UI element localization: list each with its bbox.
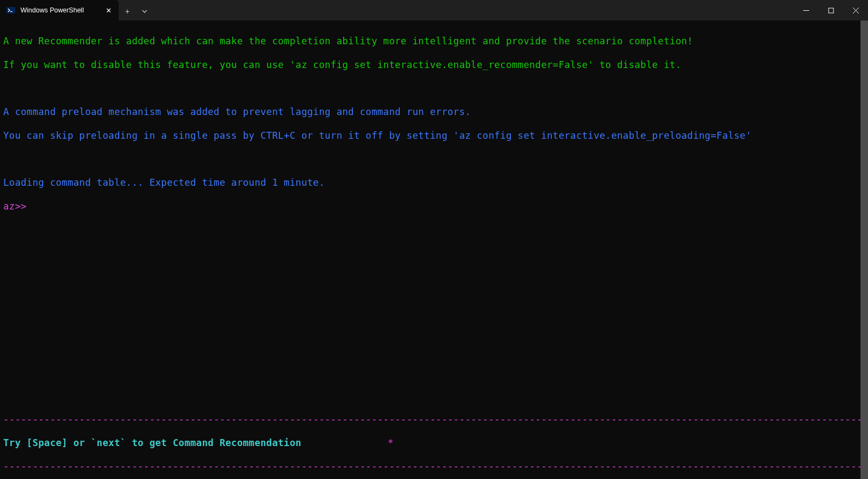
tab-dropdown-button[interactable] — [136, 3, 153, 19]
output-line: Loading command table... Expected time a… — [3, 177, 865, 189]
output-line: If you want to disable this feature, you… — [3, 59, 865, 71]
output-line: A new Recommender is added which can mak… — [3, 36, 865, 48]
blank-line — [3, 225, 865, 237]
scrollbar[interactable] — [860, 21, 868, 479]
tab-powershell[interactable]: Windows PowerShell ✕ — [0, 0, 119, 21]
maximize-button[interactable] — [818, 0, 843, 21]
titlebar: Windows PowerShell ✕ + — [0, 0, 868, 21]
output-line: A command preload mechanism was added to… — [3, 106, 865, 118]
blank-line — [3, 154, 865, 166]
window-controls — [794, 0, 868, 21]
svg-rect-3 — [829, 8, 833, 13]
titlebar-drag-area[interactable] — [153, 0, 794, 21]
titlebar-actions: + — [119, 0, 153, 21]
close-icon[interactable]: ✕ — [104, 5, 113, 15]
tab-title: Windows PowerShell — [20, 6, 98, 14]
minimize-button[interactable] — [794, 0, 818, 21]
powershell-icon — [6, 6, 15, 15]
blank-line — [3, 83, 865, 95]
divider: ----------------------------------------… — [3, 414, 865, 426]
blank-line — [3, 343, 865, 355]
blank-line — [3, 366, 865, 378]
blank-line — [3, 248, 865, 260]
blank-line — [3, 390, 865, 402]
scrollbar-thumb[interactable] — [860, 21, 868, 479]
recommendation-line: Try [Space] or `next` to get Command Rec… — [3, 437, 865, 449]
new-tab-button[interactable]: + — [119, 3, 136, 19]
blank-line — [3, 295, 865, 307]
blank-line — [3, 319, 865, 331]
divider: ----------------------------------------… — [3, 461, 865, 473]
az-prompt[interactable]: az>> — [3, 201, 865, 213]
terminal-area[interactable]: A new Recommender is added which can mak… — [0, 21, 868, 479]
blank-line — [3, 272, 865, 284]
svg-rect-0 — [6, 7, 15, 14]
output-line: You can skip preloading in a single pass… — [3, 130, 865, 142]
close-button[interactable] — [843, 0, 868, 21]
